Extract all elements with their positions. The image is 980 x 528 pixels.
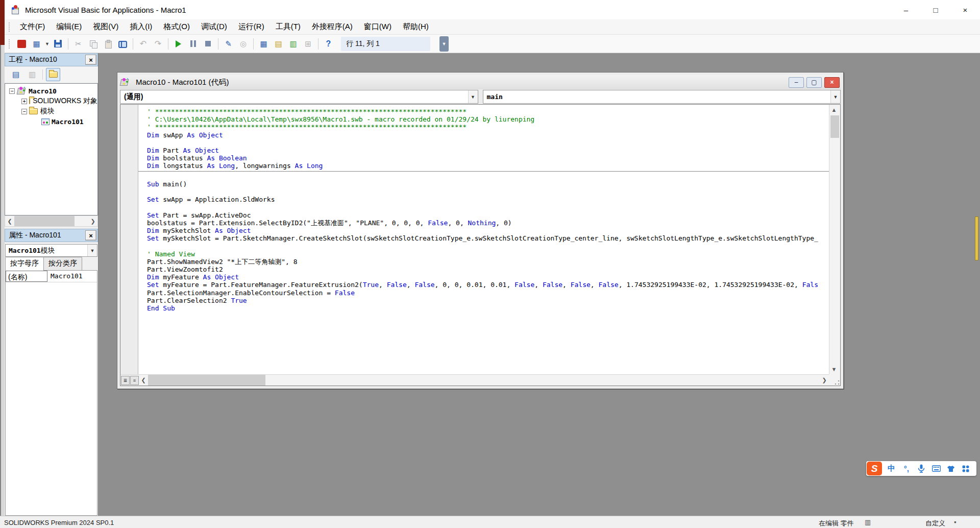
cut-button[interactable]: ✂ bbox=[71, 37, 85, 51]
code-keyword: Object bbox=[215, 273, 239, 281]
menu-edit[interactable]: 编辑(E) bbox=[51, 20, 87, 34]
object-browser-disabled-button[interactable]: ◎ bbox=[236, 37, 250, 51]
menu-addins[interactable]: 外接程序(A) bbox=[306, 20, 358, 34]
properties-panel-close-button[interactable]: × bbox=[85, 230, 96, 241]
object-browser-button[interactable]: ▥ bbox=[286, 37, 300, 51]
menu-debug[interactable]: 调试(D) bbox=[195, 20, 233, 34]
menu-insert[interactable]: 插入(I) bbox=[124, 20, 158, 34]
tree-expander[interactable]: − bbox=[9, 88, 15, 94]
view-code-button[interactable]: ▤ bbox=[9, 68, 23, 81]
copy-button[interactable] bbox=[86, 37, 100, 51]
toolbar-overflow-button[interactable]: ▼ bbox=[439, 36, 449, 52]
tree-item--[interactable]: −模块 bbox=[5, 106, 97, 116]
save-button[interactable] bbox=[51, 37, 65, 51]
code-line: Part.ViewZoomtofit2 bbox=[147, 266, 829, 273]
status-pane-icon[interactable]: ▥ bbox=[865, 518, 871, 526]
view-object-button[interactable]: ▥ bbox=[25, 68, 39, 81]
code-window-minimize-button[interactable]: – bbox=[789, 77, 804, 88]
scroll-right-icon[interactable]: ❯ bbox=[88, 216, 97, 226]
insert-userform-button[interactable]: ▦ bbox=[30, 37, 43, 51]
chevron-down-icon[interactable]: ▼ bbox=[87, 245, 97, 256]
property-value-cell[interactable]: Macro101 bbox=[47, 271, 97, 282]
code-text[interactable]: ' **************************************… bbox=[138, 105, 829, 374]
status-expand-icon[interactable]: ▪ bbox=[954, 518, 957, 526]
full-module-view-button[interactable]: ≣ bbox=[121, 376, 130, 385]
keyboard-icon[interactable] bbox=[929, 465, 944, 472]
menu-tools[interactable]: 工具(T) bbox=[270, 20, 306, 34]
view-solidworks-icon bbox=[17, 40, 26, 48]
undo-button[interactable]: ↶ bbox=[136, 37, 150, 51]
scrollbar-thumb[interactable] bbox=[148, 375, 265, 386]
toggle-folders-button[interactable] bbox=[46, 68, 60, 81]
tree-item-macro101[interactable]: Macro101 bbox=[5, 116, 97, 127]
code-text: Part.SelectionManager.EnableContourSelec… bbox=[147, 289, 335, 297]
punctuation-icon[interactable]: °, bbox=[899, 464, 914, 473]
code-editor[interactable]: ' **************************************… bbox=[120, 104, 841, 386]
project-panel-close-button[interactable]: × bbox=[85, 55, 96, 65]
scroll-up-icon[interactable]: ▲ bbox=[829, 105, 839, 115]
properties-window-button[interactable]: ▤ bbox=[272, 37, 285, 51]
minimize-button[interactable]: – bbox=[891, 0, 921, 19]
reset-button[interactable] bbox=[201, 37, 215, 51]
tab-按分类序[interactable]: 按分类序 bbox=[43, 257, 82, 270]
toolbox-button[interactable]: ⊞ bbox=[301, 37, 315, 51]
code-keyword: Object bbox=[199, 131, 223, 139]
tab-按字母序[interactable]: 按字母序 bbox=[5, 257, 44, 271]
dropdown-arrow-icon[interactable]: ▼ bbox=[44, 37, 51, 51]
procedure-view-button[interactable]: ≡ bbox=[130, 376, 139, 385]
tree-item-macro10[interactable]: −Macro10 bbox=[5, 86, 97, 96]
view-solidworks-button[interactable] bbox=[15, 37, 29, 51]
break-button[interactable] bbox=[186, 37, 200, 51]
menu-help[interactable]: 帮助(H) bbox=[397, 20, 434, 34]
chevron-down-icon[interactable]: ▼ bbox=[830, 90, 840, 103]
status-customize[interactable]: 自定义 bbox=[925, 519, 945, 528]
project-tree-hscrollbar[interactable]: ❮ ❯ bbox=[5, 215, 98, 227]
paste-button[interactable] bbox=[101, 37, 115, 51]
resize-grip[interactable] bbox=[829, 374, 840, 386]
menu-view[interactable]: 视图(V) bbox=[87, 20, 124, 34]
object-dropdown[interactable]: (通用) ▼ bbox=[120, 90, 478, 104]
help-button[interactable]: ? bbox=[322, 37, 335, 51]
scroll-left-icon[interactable]: ❮ bbox=[139, 375, 148, 386]
menu-format[interactable]: 格式(O) bbox=[158, 20, 195, 34]
close-button[interactable]: × bbox=[950, 0, 980, 19]
code-window-close-button[interactable]: × bbox=[824, 77, 840, 88]
tree-expander[interactable]: − bbox=[21, 109, 27, 114]
tree-expander[interactable]: + bbox=[21, 99, 27, 104]
code-vertical-scrollbar[interactable]: ▲ ▼ bbox=[829, 105, 840, 374]
property-name-cell[interactable]: (名称) bbox=[6, 271, 47, 282]
menu-file[interactable]: 文件(F) bbox=[14, 20, 51, 34]
run-macro-button[interactable] bbox=[172, 37, 185, 51]
menubar-grip[interactable] bbox=[9, 22, 11, 32]
code-window-restore-button[interactable]: ▢ bbox=[806, 77, 822, 88]
redo-button[interactable]: ↷ bbox=[151, 37, 165, 51]
toolbar-grip[interactable] bbox=[9, 39, 11, 49]
tree-item-solidworks-[interactable]: +SOLIDWORKS 对象 bbox=[5, 96, 97, 106]
procedure-dropdown[interactable]: main ▼ bbox=[483, 90, 841, 104]
design-mode-button[interactable]: ✎ bbox=[222, 37, 235, 51]
code-text: , 0) bbox=[496, 219, 511, 227]
scroll-left-icon[interactable]: ❮ bbox=[5, 216, 14, 226]
scroll-down-icon[interactable]: ▼ bbox=[829, 364, 839, 374]
find-button[interactable] bbox=[116, 37, 130, 51]
project-explorer-button[interactable]: ▦ bbox=[257, 37, 271, 51]
code-line: Dim boolstatus As Boolean bbox=[147, 154, 829, 162]
scroll-right-icon[interactable]: ❯ bbox=[820, 375, 829, 386]
menu-run[interactable]: 运行(R) bbox=[233, 20, 270, 34]
code-window-titlebar[interactable]: Macro10 - Macro101 (代码) – ▢ × bbox=[120, 75, 841, 89]
chevron-down-icon[interactable]: ▼ bbox=[468, 90, 478, 103]
scrollbar-thumb[interactable] bbox=[830, 115, 839, 138]
toolbox-icon[interactable] bbox=[959, 465, 973, 472]
voice-icon[interactable] bbox=[914, 464, 928, 473]
skin-icon[interactable] bbox=[944, 465, 959, 472]
chinese-mode-icon[interactable]: 中 bbox=[884, 464, 899, 473]
property-row[interactable]: (名称)Macro101 bbox=[6, 271, 97, 282]
scrollbar-thumb[interactable] bbox=[14, 216, 75, 226]
maximize-button[interactable]: □ bbox=[921, 0, 950, 19]
properties-object-selector[interactable]: Macro101 模块 ▼ bbox=[5, 244, 97, 257]
toolbar-separator bbox=[318, 38, 318, 50]
menu-window[interactable]: 窗口(W) bbox=[358, 20, 397, 34]
code-keyword: As bbox=[207, 162, 215, 170]
code-horizontal-scrollbar[interactable]: ≣ ≡ ❮ ❯ bbox=[120, 374, 829, 386]
sogou-logo[interactable]: S bbox=[867, 462, 882, 475]
